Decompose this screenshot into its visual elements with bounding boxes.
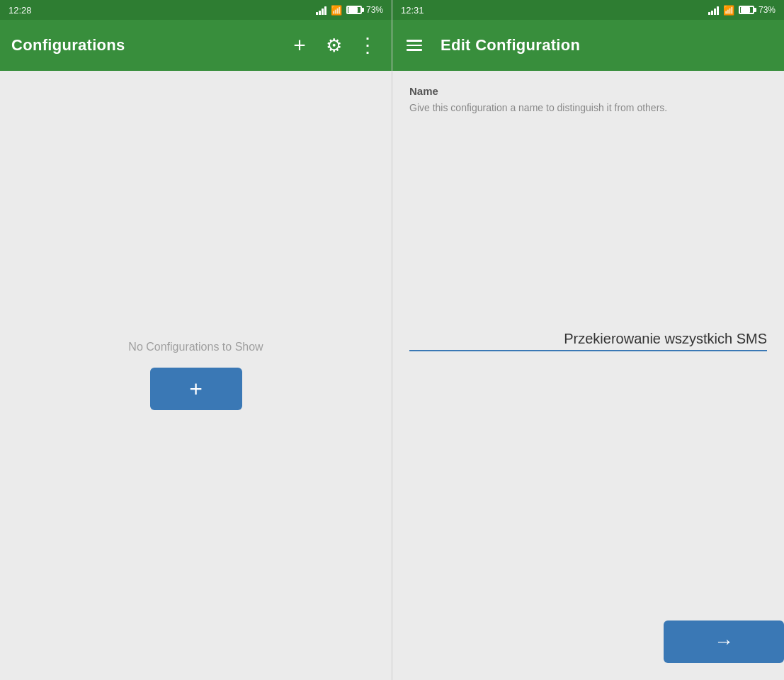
empty-state-text: No Configurations to Show — [128, 341, 263, 353]
field-description: Give this configuration a name to distin… — [409, 101, 767, 115]
field-label: Name — [409, 85, 767, 97]
left-toolbar-title: Configurations — [11, 36, 278, 55]
hamburger-menu-icon[interactable] — [404, 37, 429, 54]
add-config-icon[interactable]: + — [287, 33, 312, 58]
left-time: 12:28 — [8, 5, 32, 16]
name-field-group: Name Give this configuration a name to d… — [409, 85, 767, 115]
name-input[interactable] — [409, 328, 767, 351]
left-status-icons: 📶 73% — [316, 5, 383, 16]
right-battery-icon — [739, 6, 754, 14]
right-battery-pct: 73% — [759, 5, 776, 15]
next-button[interactable]: → — [664, 620, 784, 663]
right-wifi-icon: 📶 — [723, 5, 734, 16]
next-arrow-icon: → — [714, 630, 734, 653]
left-main-content: No Configurations to Show + — [0, 71, 392, 680]
right-status-icons: 📶 73% — [708, 5, 776, 16]
wifi-icon: 📶 — [331, 5, 342, 16]
right-toolbar: Edit Configuration — [392, 20, 784, 71]
battery-icon — [346, 6, 362, 14]
left-status-bar: 12:28 📶 73% — [0, 0, 392, 20]
signal-icon — [316, 5, 326, 15]
left-toolbar: Configurations + ⚙ ⋮ — [0, 20, 392, 71]
add-button-icon: + — [189, 378, 203, 400]
name-input-wrapper — [409, 328, 767, 351]
right-main-content: Name Give this configuration a name to d… — [392, 71, 784, 680]
right-status-bar: 12:31 📶 73% — [392, 0, 784, 20]
right-toolbar-title: Edit Configuration — [441, 36, 773, 55]
add-config-button[interactable]: + — [150, 368, 242, 410]
more-options-icon[interactable]: ⋮ — [355, 33, 380, 58]
right-time: 12:31 — [401, 5, 424, 16]
settings-icon[interactable]: ⚙ — [321, 33, 346, 58]
right-panel: 12:31 📶 73% Edit Configuration Name — [392, 0, 784, 680]
right-signal-icon — [708, 5, 719, 15]
left-battery-pct: 73% — [366, 5, 383, 15]
left-panel: 12:28 📶 73% Configurations + ⚙ ⋮ No Conf… — [0, 0, 392, 680]
